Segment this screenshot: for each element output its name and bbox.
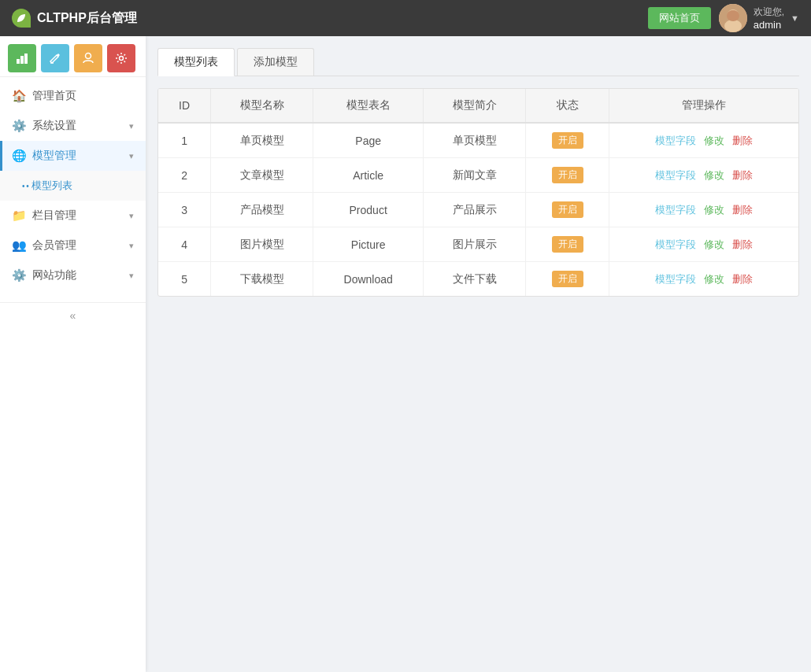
th-name: 模型名称 [211, 89, 313, 123]
edit-link[interactable]: 修改 [704, 135, 724, 146]
table-body: 1单页模型Page单页模型开启模型字段 修改 删除2文章模型Article新闻文… [158, 123, 798, 296]
cell-status: 开启 [526, 123, 609, 158]
leaf-icon [12, 9, 31, 28]
table-row: 2文章模型Article新闻文章开启模型字段 修改 删除 [158, 158, 798, 193]
welcome-text: 欢迎您, admin [754, 6, 784, 31]
sidebar-item-member[interactable]: 👥 会员管理 ▾ [0, 231, 146, 260]
status-badge: 开启 [552, 201, 583, 218]
field-link[interactable]: 模型字段 [655, 135, 696, 146]
cell-table-name: Page [313, 123, 424, 158]
sidebar-menu: 🏠 管理首页 ⚙️ 系统设置 ▾ 🌐 模型管理 ▾ • 模型列表 [0, 77, 146, 294]
delete-link[interactable]: 删除 [732, 273, 753, 285]
th-actions: 管理操作 [609, 89, 798, 123]
sidebar-item-column[interactable]: 📁 栏目管理 ▾ [0, 201, 146, 231]
logo-text: CLTPHP后台管理 [37, 10, 137, 27]
header-right: 网站首页 欢迎您, admin ▼ [648, 4, 799, 32]
column-icon: 📁 [12, 209, 26, 223]
status-badge: 开启 [552, 271, 583, 287]
home-button[interactable]: 网站首页 [648, 7, 711, 29]
model-arrow-icon: ▾ [129, 151, 134, 161]
field-link[interactable]: 模型字段 [655, 169, 696, 181]
sidebar-site-label: 网站功能 [32, 268, 123, 282]
site-arrow-icon: ▾ [129, 271, 134, 281]
cell-desc: 单页模型 [423, 123, 525, 158]
cell-id: 3 [158, 193, 211, 227]
sidebar-item-model-list[interactable]: • 模型列表 [0, 171, 146, 201]
edit-link[interactable]: 修改 [704, 204, 724, 216]
delete-link[interactable]: 删除 [732, 135, 753, 146]
cell-desc: 产品展示 [423, 193, 525, 227]
delete-link[interactable]: 删除 [732, 238, 753, 250]
sidebar-item-model[interactable]: 🌐 模型管理 ▾ [0, 141, 146, 171]
sidebar-item-site[interactable]: ⚙️ 网站功能 ▾ [0, 260, 146, 290]
svg-point-8 [86, 54, 91, 59]
table-container: ID 模型名称 模型表名 模型简介 状态 管理操作 1单页模型Page单页模型开… [157, 88, 799, 297]
sidebar-edit-btn[interactable] [41, 44, 69, 72]
sidebar-chart-btn[interactable] [8, 44, 36, 72]
cell-status: 开启 [526, 158, 609, 193]
tabs: 模型列表 添加模型 [157, 48, 799, 76]
svg-point-2 [724, 20, 742, 32]
edit-link[interactable]: 修改 [704, 273, 724, 285]
cell-actions: 模型字段 修改 删除 [609, 227, 798, 262]
delete-link[interactable]: 删除 [732, 169, 753, 181]
tab-add-model[interactable]: 添加模型 [237, 48, 314, 76]
sidebar-collapse-button[interactable]: « [0, 302, 146, 328]
cell-actions: 模型字段 修改 删除 [609, 262, 798, 297]
field-link[interactable]: 模型字段 [655, 273, 696, 285]
sidebar-model-label: 模型管理 [32, 149, 123, 163]
cell-status: 开启 [526, 227, 609, 262]
cell-desc: 新闻文章 [423, 158, 525, 193]
user-dropdown-icon[interactable]: ▼ [791, 13, 799, 23]
svg-rect-5 [20, 56, 24, 64]
main-content: 模型列表 添加模型 ID 模型名称 模型表名 模型简介 状态 管理操作 1单页模… [146, 36, 811, 672]
th-desc: 模型简介 [423, 89, 525, 123]
sidebar-settings-btn[interactable] [107, 44, 135, 72]
table-header: ID 模型名称 模型表名 模型简介 状态 管理操作 [158, 89, 798, 123]
delete-link[interactable]: 删除 [732, 204, 753, 216]
cell-id: 2 [158, 158, 211, 193]
member-icon: 👥 [12, 238, 26, 253]
sidebar-icon-bar [0, 36, 146, 77]
header: CLTPHP后台管理 网站首页 欢迎您, admin ▼ [0, 0, 811, 36]
avatar [719, 4, 747, 32]
home-icon: 🏠 [12, 89, 26, 103]
logo: CLTPHP后台管理 [12, 9, 137, 28]
sidebar-item-system[interactable]: ⚙️ 系统设置 ▾ [0, 111, 146, 141]
cell-id: 5 [158, 262, 211, 297]
edit-link[interactable]: 修改 [704, 238, 724, 250]
cell-actions: 模型字段 修改 删除 [609, 123, 798, 158]
th-id: ID [158, 89, 211, 123]
th-status: 状态 [526, 89, 609, 123]
table-row: 4图片模型Picture图片展示开启模型字段 修改 删除 [158, 227, 798, 262]
cell-name: 单页模型 [211, 123, 313, 158]
column-arrow-icon: ▾ [129, 211, 134, 221]
table-row: 5下载模型Download文件下载开启模型字段 修改 删除 [158, 262, 798, 297]
status-badge: 开启 [552, 236, 583, 253]
cell-table-name: Download [313, 262, 424, 297]
sidebar-member-label: 会员管理 [32, 238, 123, 253]
cell-actions: 模型字段 修改 删除 [609, 193, 798, 227]
cell-table-name: Product [313, 193, 424, 227]
username: admin [754, 19, 784, 31]
member-arrow-icon: ▾ [129, 241, 134, 251]
tab-model-list[interactable]: 模型列表 [157, 48, 235, 76]
model-table: ID 模型名称 模型表名 模型简介 状态 管理操作 1单页模型Page单页模型开… [158, 89, 798, 296]
cell-table-name: Article [313, 158, 424, 193]
edit-link[interactable]: 修改 [704, 169, 724, 181]
cell-table-name: Picture [313, 227, 424, 262]
cell-name: 图片模型 [211, 227, 313, 262]
cell-name: 下载模型 [211, 262, 313, 297]
cell-desc: 图片展示 [423, 227, 525, 262]
cell-status: 开启 [526, 262, 609, 297]
cell-name: 产品模型 [211, 193, 313, 227]
status-badge: 开启 [552, 167, 583, 183]
svg-rect-6 [24, 54, 28, 64]
sidebar-item-home[interactable]: 🏠 管理首页 [0, 81, 146, 111]
field-link[interactable]: 模型字段 [655, 238, 696, 250]
user-info: 欢迎您, admin ▼ [719, 4, 799, 32]
sidebar-home-label: 管理首页 [32, 89, 134, 103]
field-link[interactable]: 模型字段 [655, 204, 696, 216]
sidebar-column-label: 栏目管理 [32, 209, 123, 223]
sidebar-user-btn[interactable] [74, 44, 102, 72]
